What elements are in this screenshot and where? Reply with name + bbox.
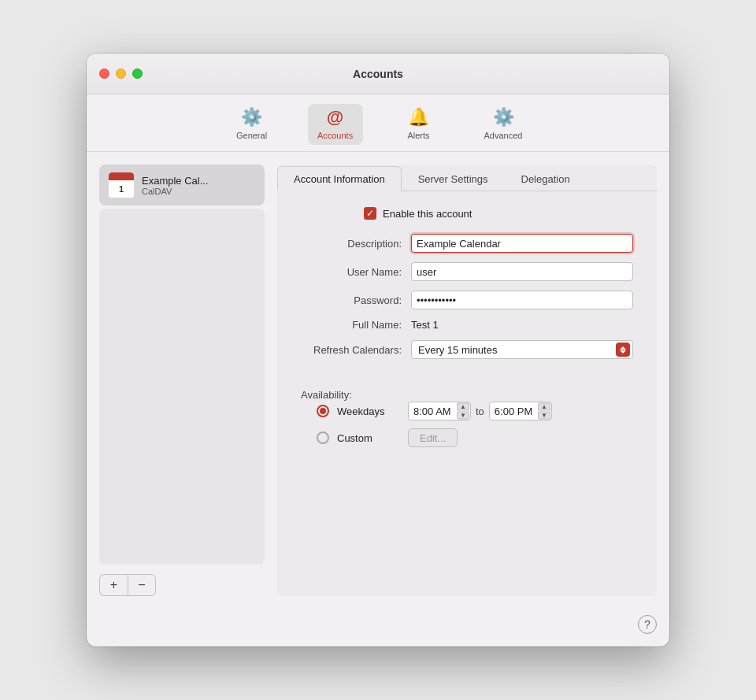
- toolbar-label-alerts: Alerts: [407, 131, 429, 140]
- tab-server-settings[interactable]: Server Settings: [402, 166, 505, 191]
- sidebar-empty-area: [99, 209, 265, 565]
- toolbar-label-general: General: [236, 131, 267, 140]
- sidebar: 1 Example Cal... CalDAV + −: [99, 165, 265, 596]
- window-title: Accounts: [353, 68, 403, 80]
- toolbar-label-accounts: Accounts: [317, 131, 353, 140]
- weekdays-radio[interactable]: [317, 405, 329, 417]
- calendar-icon-top: [109, 172, 134, 180]
- account-icon: 1: [109, 172, 134, 198]
- traffic-lights: [99, 69, 143, 79]
- fullname-value: Test 1: [411, 319, 439, 331]
- at-icon: @: [327, 107, 343, 128]
- custom-row: Custom Edit...: [317, 428, 633, 447]
- weekdays-label: Weekdays: [337, 406, 400, 417]
- end-time-up[interactable]: ▲: [538, 403, 550, 411]
- start-time-down[interactable]: ▼: [457, 412, 469, 420]
- preferences-window: Accounts ⚙️ General @ Accounts 🔔 Alerts …: [87, 54, 669, 646]
- toolbar-item-advanced[interactable]: ⚙️ Advanced: [475, 104, 532, 145]
- custom-label: Custom: [337, 432, 400, 444]
- password-label: Password:: [301, 294, 411, 306]
- description-input[interactable]: [411, 234, 633, 253]
- end-time-spinner: ▲ ▼: [538, 403, 550, 420]
- description-label: Description:: [301, 238, 411, 250]
- sidebar-actions: + −: [99, 574, 265, 596]
- fullname-label: Full Name:: [301, 319, 411, 331]
- account-item[interactable]: 1 Example Cal... CalDAV: [99, 165, 265, 206]
- start-time-wrapper: ▲ ▼: [408, 402, 471, 420]
- toolbar-item-alerts[interactable]: 🔔 Alerts: [391, 104, 447, 145]
- time-input-group: ▲ ▼ to ▲ ▼: [408, 402, 552, 420]
- username-input[interactable]: [411, 262, 633, 281]
- titlebar: Accounts: [87, 54, 669, 94]
- refresh-select[interactable]: Every 5 minutes Every 15 minutes Every 3…: [411, 340, 633, 359]
- account-info: Example Cal... CalDAV: [142, 175, 255, 196]
- checkmark-icon: ✓: [366, 209, 374, 218]
- add-account-button[interactable]: +: [99, 574, 128, 596]
- toolbar: ⚙️ General @ Accounts 🔔 Alerts ⚙️ Advanc…: [87, 94, 669, 152]
- maximize-button[interactable]: [132, 69, 143, 79]
- weekdays-row: Weekdays ▲ ▼ to: [317, 402, 633, 420]
- bell-icon: 🔔: [408, 107, 429, 128]
- gear-icon: ⚙️: [241, 107, 262, 128]
- account-type: CalDAV: [142, 187, 255, 196]
- form-rows: Description: User Name: Password:: [301, 234, 633, 359]
- account-name: Example Cal...: [142, 175, 255, 187]
- remove-account-button[interactable]: −: [128, 574, 156, 596]
- minimize-button[interactable]: [116, 69, 126, 79]
- tab-account-information[interactable]: Account Information: [277, 166, 402, 191]
- edit-button[interactable]: Edit...: [408, 428, 458, 447]
- custom-radio[interactable]: [317, 431, 329, 444]
- enable-row: ✓ Enable this account: [364, 207, 633, 220]
- password-row: Password:: [301, 291, 633, 309]
- enable-label: Enable this account: [383, 208, 472, 220]
- fullname-row: Full Name: Test 1: [301, 319, 633, 331]
- tab-bar: Account Information Server Settings Dele…: [277, 165, 657, 191]
- section-divider: [301, 369, 633, 381]
- advanced-gear-icon: ⚙️: [493, 107, 514, 128]
- to-label: to: [476, 406, 484, 417]
- start-time-spinner: ▲ ▼: [457, 403, 469, 420]
- refresh-row: Refresh Calendars: Every 5 minutes Every…: [301, 340, 633, 359]
- help-button[interactable]: ?: [638, 615, 657, 634]
- panel-content: ✓ Enable this account Description: User …: [277, 191, 657, 596]
- refresh-select-wrapper: Every 5 minutes Every 15 minutes Every 3…: [411, 340, 633, 359]
- availability-title: Availability:: [301, 389, 352, 401]
- start-time-up[interactable]: ▲: [457, 403, 469, 411]
- bottom-bar: ?: [87, 609, 669, 646]
- main-panel: Account Information Server Settings Dele…: [277, 165, 657, 596]
- end-time-wrapper: ▲ ▼: [489, 402, 552, 420]
- tab-delegation[interactable]: Delegation: [505, 166, 587, 191]
- description-row: Description:: [301, 234, 633, 253]
- toolbar-item-accounts[interactable]: @ Accounts: [308, 104, 363, 145]
- radio-dot: [320, 408, 326, 414]
- end-time-down[interactable]: ▼: [538, 412, 550, 420]
- username-label: User Name:: [301, 266, 411, 278]
- refresh-label: Refresh Calendars:: [301, 344, 411, 356]
- username-row: User Name:: [301, 262, 633, 281]
- calendar-icon-body: 1: [109, 180, 134, 198]
- enable-checkbox[interactable]: ✓: [364, 207, 376, 220]
- availability-section: Availability: Weekdays ▲ ▼: [301, 387, 633, 447]
- toolbar-label-advanced: Advanced: [484, 131, 523, 140]
- content-area: 1 Example Cal... CalDAV + − Account Info…: [87, 152, 669, 609]
- close-button[interactable]: [99, 69, 109, 79]
- password-input[interactable]: [411, 291, 633, 309]
- toolbar-item-general[interactable]: ⚙️ General: [224, 104, 280, 145]
